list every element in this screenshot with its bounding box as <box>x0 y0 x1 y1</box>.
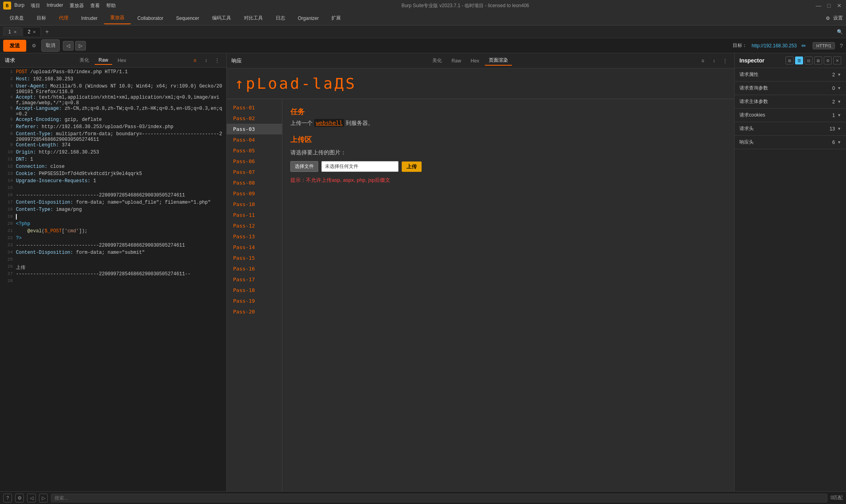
inspector-row-request-attrs[interactable]: 请求属性 2 ▼ <box>735 68 846 81</box>
request-editor[interactable]: 1POST /upload/Pass-03/index.php HTTP/1.1… <box>0 68 226 491</box>
inspector-row-query-params[interactable]: 请求查询参数 0 ▼ <box>735 82 846 95</box>
response-tab-hex[interactable]: Hex <box>467 57 483 65</box>
upload-submit-button[interactable]: 上传 <box>402 162 422 172</box>
menu-burp[interactable]: Burp <box>14 2 24 9</box>
tab-2-close[interactable]: ✕ <box>33 30 36 34</box>
inspector-close-icon[interactable]: ✕ <box>833 56 841 64</box>
menu-project[interactable]: 项目 <box>31 2 40 9</box>
nav-logger[interactable]: 日志 <box>269 12 292 24</box>
sidebar-pass-07[interactable]: Pass-07 <box>227 167 282 177</box>
sidebar-pass-19[interactable]: Pass-19 <box>227 296 282 306</box>
sidebar-pass-03[interactable]: Pass-03 <box>227 124 282 134</box>
sidebar-pass-01[interactable]: Pass-01 <box>227 102 282 113</box>
response-tab-raw[interactable]: Raw <box>447 57 465 65</box>
nav-sequencer[interactable]: Sequencer <box>170 13 206 23</box>
app-icon: B <box>3 2 11 10</box>
prev-button[interactable]: ◁ <box>63 41 74 51</box>
help-bottom-icon[interactable]: ? <box>3 494 12 502</box>
settings-bottom-icon[interactable]: ⚙ <box>15 494 24 502</box>
sidebar-pass-14[interactable]: Pass-14 <box>227 242 282 253</box>
cancel-button[interactable]: 取消 <box>41 39 60 52</box>
nav-encoder[interactable]: 编码工具 <box>206 12 237 24</box>
help-icon[interactable]: ? <box>840 43 843 49</box>
request-format-tabs: 美化 Raw Hex <box>76 56 130 65</box>
preview-sidebar: Pass-01 Pass-02 Pass-03 Pass-04 Pass-05 … <box>227 99 282 491</box>
line-25: 25 <box>0 257 226 264</box>
request-more-icon[interactable]: ⋮ <box>213 56 222 65</box>
nav-proxy[interactable]: 代理 <box>53 12 75 24</box>
inspector-row-request-headers[interactable]: 请求头 13 ▼ <box>735 122 846 135</box>
search-input[interactable] <box>51 494 827 502</box>
nav-compare[interactable]: 对比工具 <box>237 12 269 24</box>
chevron-down-icon-0: ▼ <box>837 72 841 77</box>
task-label: 任务 <box>290 107 726 117</box>
request-tab-raw[interactable]: Raw <box>95 56 112 65</box>
nav-intruder[interactable]: Intruder <box>75 13 104 23</box>
sidebar-pass-11[interactable]: Pass-11 <box>227 210 282 220</box>
menu-help[interactable]: 帮助 <box>106 2 116 9</box>
edit-target-icon[interactable]: ✏ <box>801 43 806 49</box>
settings-btn[interactable]: ⚙ 设置 <box>826 15 843 21</box>
tab-add-button[interactable]: + <box>42 27 52 37</box>
tab-2[interactable]: 2 ✕ <box>23 27 41 36</box>
sidebar-pass-20[interactable]: Pass-20 <box>227 306 282 317</box>
next-button[interactable]: ▷ <box>75 41 86 51</box>
chevron-down-icon-1: ▼ <box>837 86 841 90</box>
menu-repeater[interactable]: 重放器 <box>70 2 84 9</box>
search-icon[interactable]: 🔍 <box>837 29 843 35</box>
sidebar-pass-13[interactable]: Pass-13 <box>227 231 282 242</box>
sidebar-pass-18[interactable]: Pass-18 <box>227 285 282 296</box>
tab-1-close[interactable]: ✕ <box>14 30 17 34</box>
sidebar-pass-06[interactable]: Pass-06 <box>227 156 282 167</box>
response-tab-pretty[interactable]: 美化 <box>428 56 446 65</box>
inspector-gear-icon[interactable]: ⚙ <box>824 56 832 64</box>
inspector-split-icon[interactable]: ⊠ <box>814 56 822 64</box>
sidebar-pass-17[interactable]: Pass-17 <box>227 274 282 285</box>
nav-extensions[interactable]: 扩展 <box>325 12 347 24</box>
choose-file-button[interactable]: 选择文件 <box>290 161 318 172</box>
inspector-row-cookies[interactable]: 请求cookies 1 ▼ <box>735 109 846 122</box>
inspector-controls: ⊞ ☰ ⊟ ⊠ ⚙ ✕ <box>786 56 841 64</box>
close-button[interactable]: ✕ <box>836 2 843 9</box>
settings-icon: ⚙ <box>826 16 830 21</box>
inspector-row-response-headers[interactable]: 响应头 6 ▼ <box>735 136 846 149</box>
send-button[interactable]: 发送 <box>3 40 26 52</box>
sidebar-pass-16[interactable]: Pass-16 <box>227 263 282 274</box>
settings-gear-icon[interactable]: ⚙ <box>29 41 38 50</box>
inspector-columns-icon[interactable]: ⊞ <box>786 56 793 64</box>
nav-collaborator[interactable]: Collaborator <box>131 13 169 23</box>
sidebar-pass-08[interactable]: Pass-08 <box>227 177 282 188</box>
menu-intruder[interactable]: Intruder <box>47 2 63 9</box>
request-wrap-icon[interactable]: ≡ <box>191 56 199 65</box>
nav-target[interactable]: 目标 <box>30 12 53 24</box>
sidebar-pass-09[interactable]: Pass-09 <box>227 188 282 199</box>
tab-1[interactable]: 1 ✕ <box>3 27 22 36</box>
menu-view[interactable]: 查看 <box>90 2 100 9</box>
inspector-list-icon[interactable]: ☰ <box>795 56 803 64</box>
response-search-icon[interactable]: ↕ <box>710 56 718 65</box>
forward-bottom-icon[interactable]: ▷ <box>39 494 48 502</box>
sidebar-pass-04[interactable]: Pass-04 <box>227 134 282 145</box>
minimize-button[interactable]: — <box>815 2 822 9</box>
sidebar-pass-12[interactable]: Pass-12 <box>227 220 282 231</box>
main-layout: 请求 美化 Raw Hex ≡ ↕ ⋮ 1POST /upload/Pass-0… <box>0 53 846 491</box>
response-more-icon[interactable]: ⋮ <box>721 56 729 65</box>
sidebar-pass-05[interactable]: Pass-05 <box>227 145 282 156</box>
maximize-button[interactable]: □ <box>825 2 832 9</box>
request-tab-pretty[interactable]: 美化 <box>76 56 93 65</box>
request-tab-hex[interactable]: Hex <box>114 56 130 64</box>
nav-dashboard[interactable]: 仪表盘 <box>3 12 30 24</box>
inspector-row-body-params[interactable]: 请求主体参数 2 ▼ <box>735 95 846 108</box>
back-bottom-icon[interactable]: ◁ <box>27 494 36 502</box>
nav-repeater[interactable]: 重放器 <box>104 12 131 24</box>
preview-logo: ↑pLoad-laДS <box>235 75 726 92</box>
nav-organizer[interactable]: Organizer <box>292 13 325 23</box>
sidebar-pass-15[interactable]: Pass-15 <box>227 253 282 263</box>
line-2: 2Host: 192.168.30.253 <box>0 76 226 84</box>
response-wrap-icon[interactable]: ≡ <box>698 56 707 65</box>
request-search-icon[interactable]: ↕ <box>202 56 210 65</box>
inspector-layout-icon[interactable]: ⊟ <box>805 56 813 64</box>
sidebar-pass-02[interactable]: Pass-02 <box>227 113 282 124</box>
sidebar-pass-10[interactable]: Pass-10 <box>227 199 282 210</box>
response-tab-render[interactable]: 页面渲染 <box>485 56 512 66</box>
